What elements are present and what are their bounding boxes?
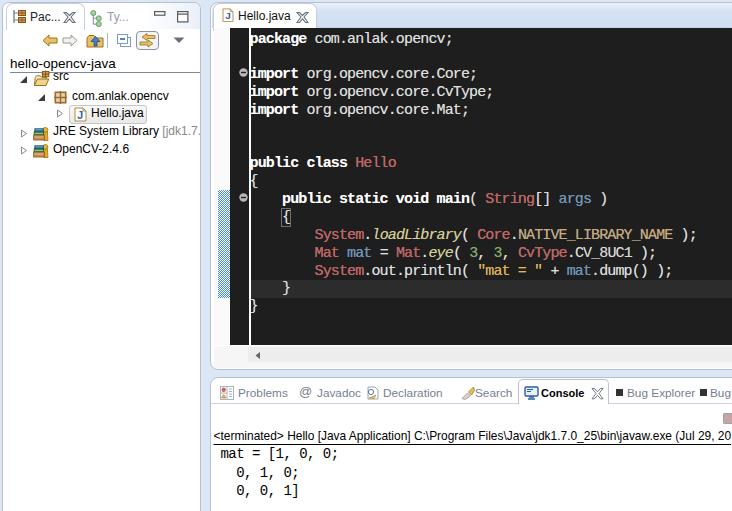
svg-text:J: J (225, 10, 231, 21)
svg-text:J: J (77, 109, 83, 121)
